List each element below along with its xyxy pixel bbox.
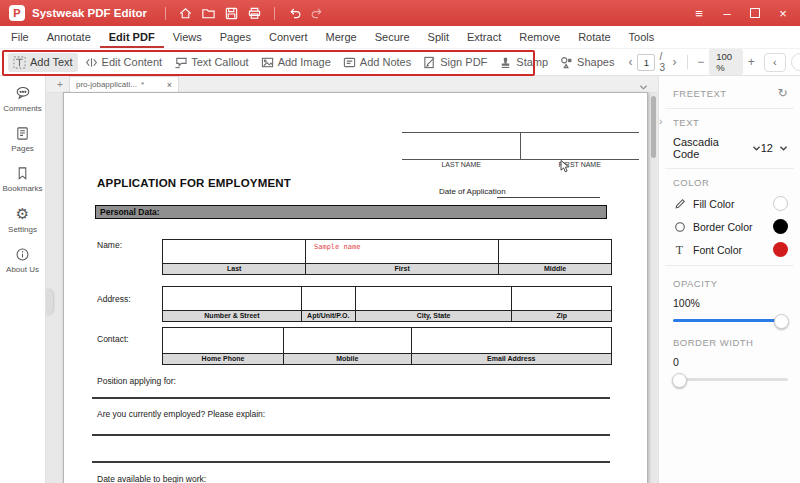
- shapes-button[interactable]: Shapes: [555, 53, 619, 72]
- bookmarks-label: Bookmarks: [2, 184, 42, 193]
- divider: [165, 7, 166, 20]
- edit-content-icon: [85, 56, 98, 69]
- stamp-button[interactable]: Stamp: [494, 53, 553, 72]
- fill-color-row: Fill Color: [673, 196, 788, 211]
- redo-button[interactable]: [306, 3, 329, 23]
- text-callout-icon: [174, 56, 187, 69]
- text-callout-button[interactable]: Text Callout: [169, 53, 253, 72]
- menu-secure[interactable]: Secure: [366, 26, 419, 48]
- contact-email-cell[interactable]: [412, 328, 611, 353]
- document-tab[interactable]: pro-jobapplicati... * ×: [69, 76, 179, 92]
- border-color-swatch[interactable]: [773, 219, 788, 234]
- sign-pdf-button[interactable]: Sign PDF: [418, 53, 492, 72]
- menu-tools[interactable]: Tools: [620, 26, 664, 48]
- divider: [665, 108, 794, 109]
- sidebar-collapse-handle[interactable]: [46, 289, 53, 315]
- font-family-select[interactable]: Cascadia Code: [673, 136, 746, 160]
- menu-remove[interactable]: Remove: [510, 26, 569, 48]
- add-notes-button[interactable]: Add Notes: [338, 53, 416, 72]
- add-image-button[interactable]: Add Image: [256, 53, 336, 72]
- zoom-level[interactable]: 100 %: [709, 49, 743, 75]
- add-text-button[interactable]: Add Text: [8, 53, 78, 72]
- name-col-header: First: [306, 263, 499, 274]
- name-last-cell[interactable]: [163, 240, 306, 263]
- chevron-down-icon[interactable]: [779, 145, 788, 152]
- search-input[interactable]: [791, 53, 800, 71]
- sign-pdf-icon: [423, 56, 436, 69]
- scroll-up-chevron-icon[interactable]: [639, 77, 648, 95]
- menu-annotate[interactable]: Annotate: [38, 26, 100, 48]
- shapes-icon: [560, 56, 573, 69]
- chevron-down-icon[interactable]: [752, 145, 761, 152]
- menu-rotate[interactable]: Rotate: [569, 26, 619, 48]
- print-button[interactable]: [243, 3, 266, 23]
- minimize-button[interactable]: –: [716, 3, 738, 23]
- sidebar-item-settings[interactable]: ⚙ Settings: [0, 206, 45, 234]
- pages-icon: [15, 126, 30, 141]
- open-file-button[interactable]: [197, 3, 220, 23]
- save-button[interactable]: [220, 3, 243, 23]
- added-text-object[interactable]: Sample name: [314, 243, 360, 251]
- window-menu-button[interactable]: ≡: [688, 3, 710, 23]
- undo-icon: [287, 6, 302, 21]
- close-tab-button[interactable]: ×: [167, 80, 172, 90]
- zoom-in-button[interactable]: +: [747, 55, 756, 69]
- sidebar-item-about-us[interactable]: About Us: [0, 247, 45, 274]
- page-number-input[interactable]: 1: [637, 54, 655, 71]
- address-city-cell[interactable]: [356, 287, 513, 310]
- fill-color-swatch[interactable]: [773, 196, 788, 211]
- address-street-cell[interactable]: [163, 287, 302, 310]
- name-header-labels: LAST NAME FIRST NAME: [402, 161, 639, 168]
- page-total-label: / 3: [659, 51, 667, 73]
- sidebar-item-bookmarks[interactable]: Bookmarks: [0, 166, 45, 193]
- address-apt-cell[interactable]: [302, 287, 356, 310]
- opacity-slider-handle[interactable]: [774, 314, 789, 329]
- edit-toolbar: Add Text Edit Content Text Callout Add I…: [0, 49, 800, 76]
- name-middle-cell[interactable]: [499, 240, 611, 263]
- menu-file[interactable]: File: [2, 26, 38, 48]
- next-page-button[interactable]: ›: [672, 55, 678, 69]
- add-text-label: Add Text: [30, 56, 73, 68]
- menu-extract[interactable]: Extract: [458, 26, 510, 48]
- position-label: Position applying for:: [97, 376, 176, 386]
- opacity-slider[interactable]: [673, 314, 788, 327]
- divider: [665, 168, 794, 169]
- pdf-page[interactable]: LAST NAME FIRST NAME APPLICATION FOR EMP…: [63, 92, 648, 483]
- slider-track: [673, 378, 788, 381]
- border-width-value: 0: [673, 356, 788, 368]
- new-tab-button[interactable]: +: [51, 76, 69, 92]
- border-width-slider[interactable]: [673, 373, 788, 386]
- menu-convert[interactable]: Convert: [260, 26, 317, 48]
- contact-home-cell[interactable]: [163, 328, 284, 353]
- menu-views[interactable]: Views: [164, 26, 211, 48]
- contact-table: Home Phone Mobile Email Address: [162, 327, 612, 365]
- undo-button[interactable]: [283, 3, 306, 23]
- reset-icon[interactable]: ↻: [777, 86, 788, 100]
- redo-icon: [310, 6, 325, 21]
- vertical-scrollbar[interactable]: [651, 96, 656, 158]
- border-width-slider-handle[interactable]: [672, 373, 687, 388]
- pages-label: Pages: [11, 144, 34, 153]
- add-notes-icon: [343, 56, 356, 69]
- menu-edit-pdf[interactable]: Edit PDF: [100, 26, 164, 48]
- maximize-button[interactable]: [744, 3, 766, 23]
- menu-pages[interactable]: Pages: [211, 26, 260, 48]
- home-button[interactable]: [174, 3, 197, 23]
- add-text-icon: [13, 56, 26, 69]
- address-zip-cell[interactable]: [512, 287, 611, 310]
- address-table: Number & Street Apt/Unit/P.O. City, Stat…: [162, 286, 612, 322]
- date-available-label: Date available to begin work:: [97, 474, 206, 483]
- edit-content-button[interactable]: Edit Content: [80, 53, 168, 72]
- prev-page-button[interactable]: ‹: [627, 55, 633, 69]
- menu-split[interactable]: Split: [419, 26, 458, 48]
- sidebar-item-comments[interactable]: Comments: [0, 85, 45, 113]
- zoom-out-button[interactable]: −: [696, 55, 705, 69]
- contact-mobile-cell[interactable]: [284, 328, 412, 353]
- font-size-select[interactable]: 12: [761, 142, 773, 154]
- search-prev-button[interactable]: ‹: [764, 53, 786, 72]
- panel-collapse-handle[interactable]: ›: [659, 116, 662, 127]
- font-color-swatch[interactable]: [773, 242, 788, 257]
- sidebar-item-pages[interactable]: Pages: [0, 126, 45, 153]
- close-button[interactable]: ×: [772, 3, 794, 23]
- menu-merge[interactable]: Merge: [317, 26, 366, 48]
